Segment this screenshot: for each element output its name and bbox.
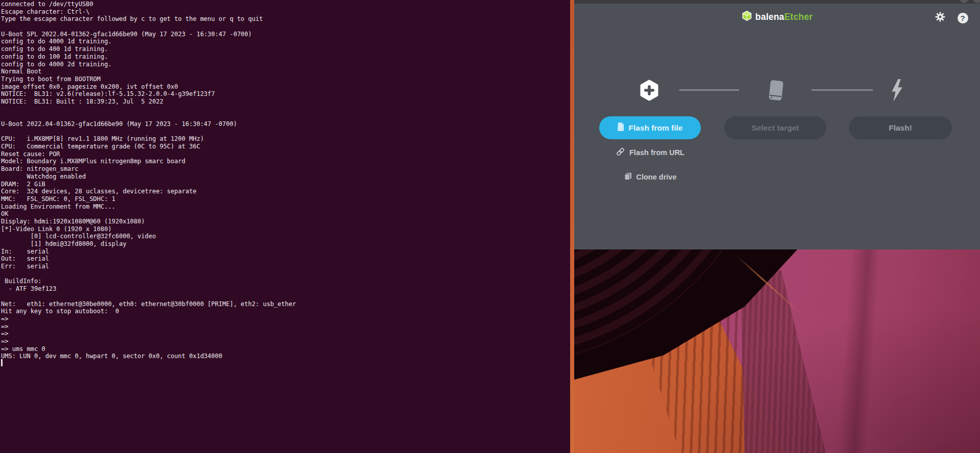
flash-label: Flash! xyxy=(889,123,912,133)
flash-from-url-button[interactable]: Flash from URL xyxy=(599,147,701,158)
copy-icon xyxy=(624,172,632,182)
wallpaper-fold-shading xyxy=(574,249,980,453)
flash-from-url-label: Flash from URL xyxy=(629,148,684,157)
link-icon xyxy=(616,147,625,158)
etcher-titlebar[interactable] xyxy=(574,0,980,4)
gear-icon xyxy=(935,11,946,24)
window-button[interactable] xyxy=(973,0,980,3)
stepper-connector xyxy=(679,89,739,91)
terminal-window[interactable]: connected to /dev/ttyUSB0 Escape charact… xyxy=(0,0,570,453)
window-button[interactable] xyxy=(960,0,968,3)
flash-from-file-button[interactable]: Flash from file xyxy=(599,116,701,139)
file-icon xyxy=(618,122,624,133)
flash-from-file-label: Flash from file xyxy=(629,123,683,133)
target-drive-icon xyxy=(766,80,786,103)
balena-cube-icon xyxy=(742,11,752,23)
select-image-plus-icon xyxy=(640,80,658,103)
settings-button[interactable] xyxy=(935,12,946,23)
flash-button[interactable]: Flash! xyxy=(849,116,952,139)
help-button[interactable]: ? xyxy=(957,12,968,23)
clone-drive-button[interactable]: Clone drive xyxy=(599,171,701,183)
desktop: connected to /dev/ttyUSB0 Escape charact… xyxy=(0,0,980,453)
select-target-label: Select target xyxy=(751,123,799,133)
flash-bolt-icon xyxy=(890,79,903,104)
stepper-connector xyxy=(812,89,873,91)
desktop-gap-strip xyxy=(570,0,574,453)
question-icon: ? xyxy=(958,13,968,23)
terminal-output: connected to /dev/ttyUSB0 Escape charact… xyxy=(1,1,296,360)
etcher-wordmark: balenaEtcher xyxy=(755,12,813,22)
select-target-button[interactable]: Select target xyxy=(724,116,826,139)
desktop-wallpaper xyxy=(574,249,980,453)
clone-drive-label: Clone drive xyxy=(636,173,677,181)
terminal-cursor xyxy=(1,359,3,366)
etcher-logo: balenaEtcher xyxy=(742,11,813,23)
